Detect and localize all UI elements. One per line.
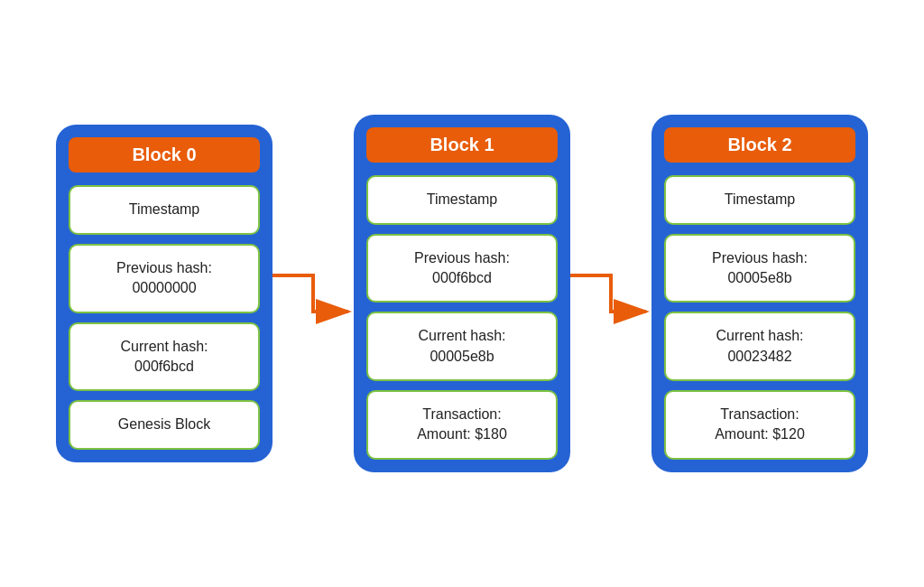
block-2-prev-hash: Previous hash:00005e8b (664, 234, 855, 303)
arrow-1-2 (570, 239, 651, 348)
block-2-timestamp: Timestamp (664, 175, 855, 224)
block-1-title: Block 1 (366, 127, 558, 163)
block-2-title: Block 2 (664, 127, 855, 163)
blockchain-diagram: Block 0 Timestamp Previous hash:00000000… (0, 0, 924, 587)
block-1-data: Transaction:Amount: $180 (366, 390, 558, 460)
block-0-wrapper: Block 0 Timestamp Previous hash:00000000… (56, 125, 273, 461)
block-1-timestamp: Timestamp (366, 175, 558, 224)
block-0-title: Block 0 (69, 137, 260, 172)
block-1-curr-hash: Current hash:00005e8b (366, 312, 558, 381)
block-0-timestamp: Timestamp (69, 185, 260, 234)
block-0-data: Genesis Block (69, 400, 260, 449)
arrow-0-1-svg (273, 239, 354, 348)
block-2-wrapper: Block 2 Timestamp Previous hash:00005e8b… (651, 115, 868, 472)
block-1-prev-hash: Previous hash:000f6bcd (366, 234, 558, 303)
arrow-0-1 (273, 239, 354, 348)
block-2: Block 2 Timestamp Previous hash:00005e8b… (651, 115, 868, 472)
block-2-data: Transaction:Amount: $120 (664, 390, 855, 460)
arrow-1-2-svg (570, 239, 651, 348)
block-1: Block 1 Timestamp Previous hash:000f6bcd… (354, 115, 570, 472)
block-1-wrapper: Block 1 Timestamp Previous hash:000f6bcd… (354, 115, 570, 472)
block-0-curr-hash: Current hash:000f6bcd (69, 322, 260, 392)
block-0-prev-hash: Previous hash:00000000 (69, 244, 260, 313)
block-0: Block 0 Timestamp Previous hash:00000000… (56, 125, 273, 461)
block-2-curr-hash: Current hash:00023482 (664, 312, 855, 381)
